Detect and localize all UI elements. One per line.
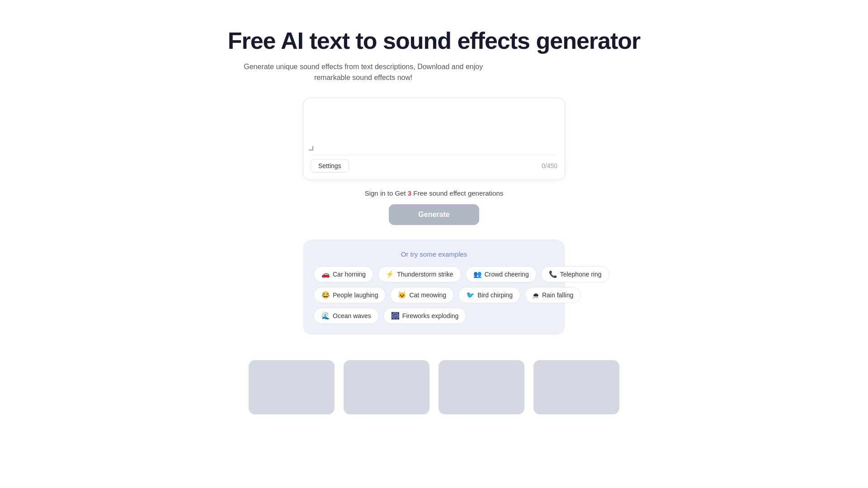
examples-row-2: 😂 People laughing 🐱 Cat meowing 🐦 Bird c…: [314, 287, 554, 303]
chip-fireworks-exploding-label: Fireworks exploding: [402, 312, 459, 319]
chip-rain-falling[interactable]: 🌧 Rain falling: [525, 287, 581, 303]
examples-grid: 🚗 Car horning ⚡ Thunderstorm strike 👥 Cr…: [314, 266, 554, 324]
char-count: 0/450: [542, 162, 557, 169]
placeholder-card-4: [533, 360, 619, 414]
page-subtitle: Generate unique sound effects from text …: [228, 61, 499, 83]
chip-telephone-ring[interactable]: 📞 Telephone ring: [541, 266, 609, 282]
chip-bird-chirping-label: Bird chirping: [477, 291, 513, 299]
laughing-icon: 😂: [321, 291, 330, 299]
chip-crowd-label: Crowd cheering: [485, 271, 529, 278]
resize-handle: [311, 148, 314, 151]
signin-prefix: Sign in to Get: [365, 189, 408, 197]
chip-cat-meowing-label: Cat meowing: [409, 291, 446, 299]
placeholder-card-2: [344, 360, 429, 414]
chip-ocean-waves-label: Ocean waves: [333, 312, 371, 319]
rain-icon: 🌧: [533, 291, 539, 299]
chip-car-horning[interactable]: 🚗 Car horning: [314, 266, 373, 282]
car-icon: 🚗: [321, 270, 330, 278]
page-title: Free AI text to sound effects generator: [228, 27, 641, 54]
chip-ocean-waves[interactable]: 🌊 Ocean waves: [314, 308, 379, 324]
examples-row-1: 🚗 Car horning ⚡ Thunderstorm strike 👥 Cr…: [314, 266, 554, 282]
examples-title: Or try some examples: [314, 250, 554, 258]
crowd-icon: 👥: [473, 270, 482, 278]
fireworks-icon: 🎆: [391, 312, 400, 320]
signin-count: 3: [408, 189, 411, 197]
placeholder-card-1: [249, 360, 335, 414]
chip-people-laughing-label: People laughing: [333, 291, 378, 299]
thunderstorm-icon: ⚡: [386, 270, 394, 278]
chip-people-laughing[interactable]: 😂 People laughing: [314, 287, 386, 303]
placeholder-card-3: [439, 360, 524, 414]
input-footer: Settings 0/450: [311, 155, 557, 173]
hero-section: Free AI text to sound effects generator …: [228, 27, 641, 83]
chip-telephone-label: Telephone ring: [560, 271, 602, 278]
input-container: Settings 0/450: [303, 98, 565, 180]
settings-button[interactable]: Settings: [311, 159, 349, 173]
examples-container: Or try some examples 🚗 Car horning ⚡ Thu…: [303, 239, 565, 335]
ocean-icon: 🌊: [321, 312, 330, 320]
sound-description-textarea[interactable]: [311, 105, 557, 146]
generate-button[interactable]: Generate: [389, 204, 479, 225]
signin-suffix: Free sound effect generations: [411, 189, 503, 197]
chip-car-horning-label: Car horning: [333, 271, 366, 278]
chip-fireworks-exploding[interactable]: 🎆 Fireworks exploding: [383, 308, 467, 324]
page-wrapper: Free AI text to sound effects generator …: [0, 0, 868, 414]
examples-row-3: 🌊 Ocean waves 🎆 Fireworks exploding: [314, 308, 554, 324]
bird-icon: 🐦: [466, 291, 475, 299]
cat-icon: 🐱: [398, 291, 406, 299]
chip-crowd-cheering[interactable]: 👥 Crowd cheering: [466, 266, 537, 282]
cards-section: [249, 360, 619, 414]
chip-thunderstorm-label: Thunderstorm strike: [397, 271, 453, 278]
telephone-icon: 📞: [549, 270, 557, 278]
chip-cat-meowing[interactable]: 🐱 Cat meowing: [390, 287, 454, 303]
chip-thunderstorm-strike[interactable]: ⚡ Thunderstorm strike: [378, 266, 461, 282]
chip-rain-falling-label: Rain falling: [542, 291, 573, 299]
chip-bird-chirping[interactable]: 🐦 Bird chirping: [458, 287, 520, 303]
signin-prompt: Sign in to Get 3 Free sound effect gener…: [365, 189, 504, 197]
